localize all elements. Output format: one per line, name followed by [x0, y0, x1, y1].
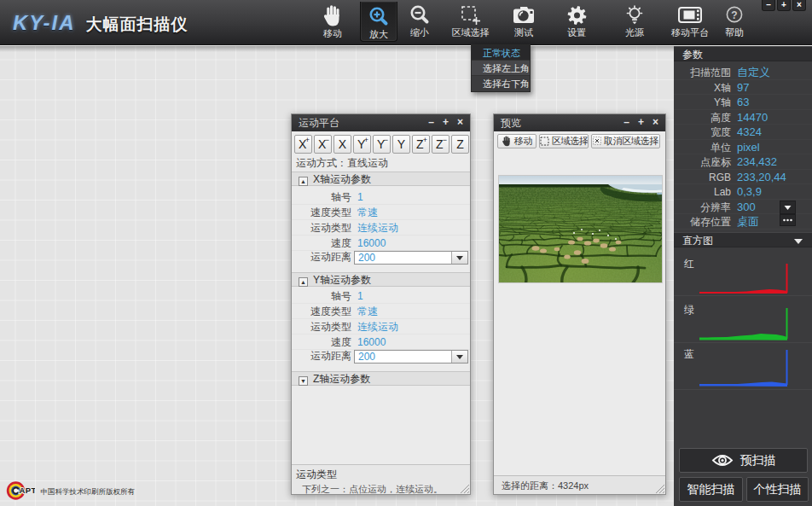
svg-text:绿: 绿 [684, 304, 694, 316]
svg-text:蓝: 蓝 [684, 348, 694, 360]
svg-text:?: ? [731, 9, 737, 21]
svg-text:APT: APT [20, 486, 35, 495]
svg-text:红: 红 [683, 258, 694, 270]
